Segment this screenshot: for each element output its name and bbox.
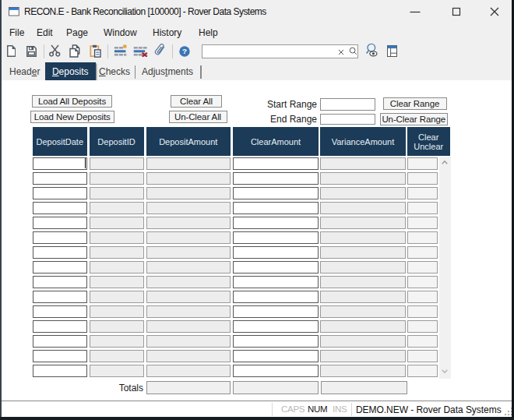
svg-text:?: ? [182, 47, 187, 55]
